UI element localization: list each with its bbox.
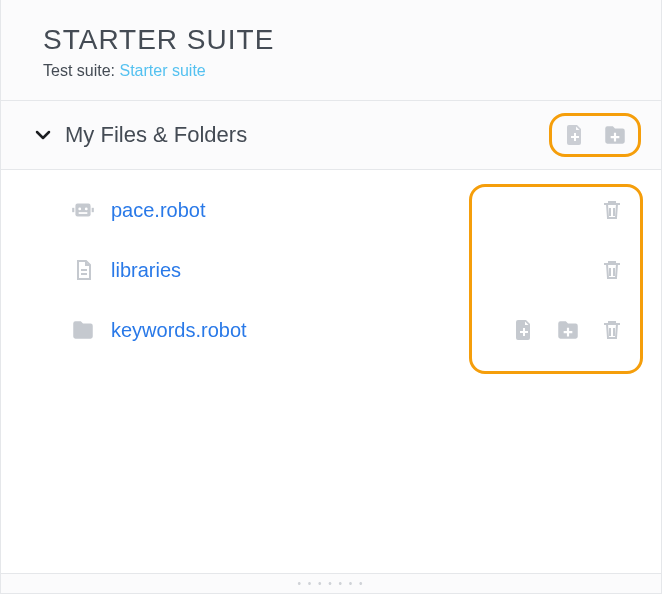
section-title: My Files & Folders: [65, 122, 247, 148]
add-file-icon: [563, 123, 587, 147]
highlight-section-actions: [549, 113, 641, 157]
suite-subtitle: Test suite: Starter suite: [43, 62, 631, 80]
delete-button[interactable]: [597, 315, 627, 345]
add-file-button[interactable]: [509, 315, 539, 345]
delete-button[interactable]: [597, 195, 627, 225]
file-tree: pace.robot libraries: [1, 170, 661, 573]
add-folder-icon: [555, 317, 581, 343]
suite-title: STARTER SUITE: [43, 24, 631, 56]
add-file-icon: [512, 318, 536, 342]
trash-icon: [600, 318, 624, 342]
file-icon: [69, 256, 97, 284]
robot-icon: [69, 196, 97, 224]
add-folder-button[interactable]: [600, 120, 630, 150]
delete-button[interactable]: [597, 255, 627, 285]
row-actions: [597, 255, 631, 285]
trash-icon: [600, 258, 624, 282]
file-name: pace.robot: [111, 199, 597, 222]
trash-icon: [600, 198, 624, 222]
file-row[interactable]: pace.robot: [1, 180, 661, 240]
svg-rect-0: [75, 204, 90, 217]
row-actions: [597, 195, 631, 225]
svg-rect-2: [92, 208, 94, 212]
folder-icon: [69, 316, 97, 344]
svg-rect-1: [72, 208, 74, 212]
svg-point-4: [85, 208, 88, 211]
add-folder-button[interactable]: [553, 315, 583, 345]
row-actions: [509, 315, 631, 345]
file-name: keywords.robot: [111, 319, 509, 342]
file-row[interactable]: keywords.robot: [1, 300, 661, 360]
svg-rect-5: [79, 212, 88, 214]
panel-header: STARTER SUITE Test suite: Starter suite: [1, 0, 661, 101]
add-file-button[interactable]: [560, 120, 590, 150]
file-row[interactable]: libraries: [1, 240, 661, 300]
add-folder-icon: [602, 122, 628, 148]
svg-point-3: [78, 208, 81, 211]
section-toggle[interactable]: My Files & Folders: [31, 122, 247, 148]
suite-link[interactable]: Starter suite: [119, 62, 205, 79]
file-panel: STARTER SUITE Test suite: Starter suite …: [0, 0, 662, 594]
suite-sub-label: Test suite:: [43, 62, 119, 79]
chevron-down-icon: [31, 123, 55, 147]
file-name: libraries: [111, 259, 597, 282]
resize-handle[interactable]: • • • • • • •: [1, 573, 661, 593]
section-bar: My Files & Folders: [1, 101, 661, 170]
